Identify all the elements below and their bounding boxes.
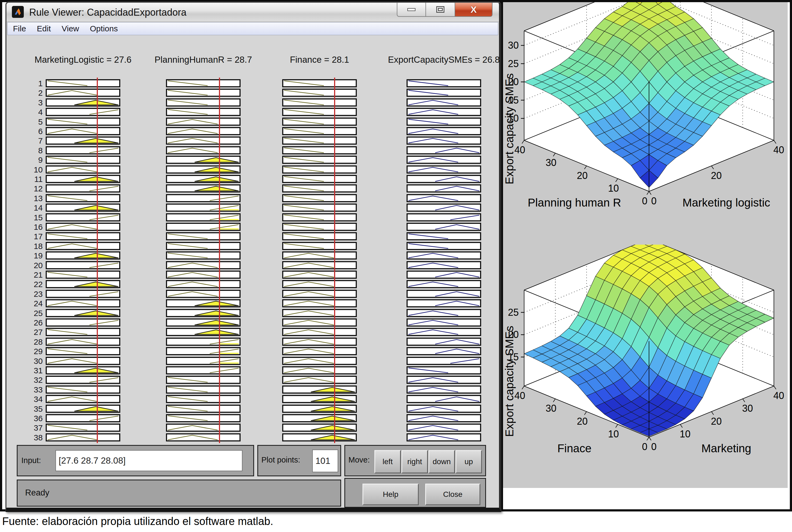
mf-plot-cell-r12-c1[interactable] xyxy=(166,184,240,192)
mf-plot-cell-r15-c0[interactable] xyxy=(46,213,120,222)
mf-plot-cell-r31-c2[interactable] xyxy=(282,366,357,374)
mf-plot-cell-r31-c0[interactable] xyxy=(46,366,120,374)
mf-plot-cell-r35-c1[interactable] xyxy=(166,405,240,413)
mf-plot-cell-r5-c1[interactable] xyxy=(166,118,240,126)
mf-plot-cell-r29-c2[interactable] xyxy=(282,347,357,355)
mf-plot-cell-r38-c2[interactable] xyxy=(282,433,357,441)
mf-plot-cell-r7-c1[interactable] xyxy=(166,136,240,145)
mf-plot-cell-r2-c2[interactable] xyxy=(282,89,357,97)
mf-plot-cell-r25-c1[interactable] xyxy=(166,309,240,317)
mf-plot-cell-r18-c1[interactable] xyxy=(166,242,240,250)
mf-plot-cell-r33-c0[interactable] xyxy=(46,385,120,394)
mf-plot-cell-r14-c0[interactable] xyxy=(46,204,120,212)
mf-plot-cell-r4-c2[interactable] xyxy=(282,108,357,116)
mf-plot-cell-r26-c1[interactable] xyxy=(166,319,240,326)
mf-plot-cell-r2-c1[interactable] xyxy=(166,89,240,97)
mf-plot-cell-r21-c2[interactable] xyxy=(282,271,357,279)
mf-plot-cell-r4-c1[interactable] xyxy=(166,108,240,116)
mf-plot-cell-r24-c0[interactable] xyxy=(46,299,120,307)
mf-plot-cell-r7-c0[interactable] xyxy=(46,136,120,145)
mf-plot-cell-r6-c0[interactable] xyxy=(46,127,120,135)
mf-plot-cell-r23-c2[interactable] xyxy=(282,290,357,298)
input-value-line-2[interactable] xyxy=(334,78,335,443)
mf-plot-cell-r29-c0[interactable] xyxy=(46,347,120,355)
mf-plot-cell-r17-c0[interactable] xyxy=(46,232,120,240)
mf-plot-cell-r34-c1[interactable] xyxy=(166,395,240,403)
mf-plot-cell-r1-c2[interactable] xyxy=(282,79,357,87)
mf-plot-cell-r9-c2[interactable] xyxy=(282,156,357,164)
mf-plot-cell-r20-c0[interactable] xyxy=(46,261,120,269)
menu-item-file[interactable]: File xyxy=(13,24,26,33)
mf-plot-cell-r20-c2[interactable] xyxy=(282,261,357,269)
mf-plot-cell-r22-c0[interactable] xyxy=(46,280,120,288)
mf-plot-cell-r19-c0[interactable] xyxy=(46,251,120,260)
mf-plot-cell-r34-c2[interactable] xyxy=(282,395,357,403)
mf-plot-cell-r3-c2[interactable] xyxy=(282,98,357,107)
mf-plot-cell-r30-c1[interactable] xyxy=(166,357,240,365)
titlebar[interactable]: Rule Viewer: CapacidadExportadora X xyxy=(6,3,499,22)
menu-item-view[interactable]: View xyxy=(62,24,79,33)
menu-item-edit[interactable]: Edit xyxy=(37,24,51,33)
mf-plot-cell-r18-c0[interactable] xyxy=(46,242,120,250)
mf-plot-cell-r38-c1[interactable] xyxy=(166,433,240,441)
mf-plot-cell-r35-c2[interactable] xyxy=(282,405,357,413)
mf-plot-cell-r8-c1[interactable] xyxy=(166,146,240,154)
plot-points-field[interactable] xyxy=(312,450,338,472)
mf-plot-cell-r37-c2[interactable] xyxy=(282,424,357,432)
mf-plot-cell-r21-c0[interactable] xyxy=(46,271,120,279)
mf-plot-cell-r27-c1[interactable] xyxy=(166,328,240,336)
mf-plot-cell-r27-c0[interactable] xyxy=(46,328,120,336)
mf-plot-cell-r14-c2[interactable] xyxy=(282,204,357,212)
mf-plot-cell-r2-c0[interactable] xyxy=(46,89,120,97)
mf-plot-cell-r28-c2[interactable] xyxy=(282,338,357,346)
mf-plot-cell-r34-c0[interactable] xyxy=(46,395,120,403)
maximize-button[interactable] xyxy=(426,3,455,17)
mf-plot-cell-r36-c0[interactable] xyxy=(46,414,120,422)
mf-plot-cell-r24-c1[interactable] xyxy=(166,299,240,307)
mf-plot-cell-r16-c0[interactable] xyxy=(46,223,120,231)
mf-plot-cell-r25-c0[interactable] xyxy=(46,309,120,317)
mf-plot-cell-r32-c1[interactable] xyxy=(166,376,240,384)
mf-plot-cell-r16-c2[interactable] xyxy=(282,223,357,231)
move-left-button[interactable]: left xyxy=(374,450,401,473)
mf-plot-cell-r17-c1[interactable] xyxy=(166,232,240,240)
mf-plot-cell-r11-c0[interactable] xyxy=(46,175,120,183)
input-field[interactable] xyxy=(55,450,243,471)
close-button[interactable]: Close xyxy=(425,483,480,505)
mf-plot-cell-r16-c1[interactable] xyxy=(166,223,240,231)
menu-item-options[interactable]: Options xyxy=(90,24,118,33)
mf-plot-cell-r3-c1[interactable] xyxy=(166,98,240,107)
move-right-button[interactable]: right xyxy=(401,450,428,473)
mf-plot-cell-r19-c2[interactable] xyxy=(282,251,357,260)
mf-plot-cell-r12-c2[interactable] xyxy=(282,184,357,192)
mf-plot-cell-r13-c1[interactable] xyxy=(166,194,240,202)
mf-plot-cell-r15-c1[interactable] xyxy=(166,213,240,222)
mf-plot-cell-r22-c1[interactable] xyxy=(166,280,240,288)
mf-plot-cell-r12-c0[interactable] xyxy=(46,184,120,192)
close-window-button[interactable]: X xyxy=(455,3,492,17)
mf-plot-cell-r32-c2[interactable] xyxy=(282,376,357,384)
mf-plot-cell-r31-c1[interactable] xyxy=(166,366,240,374)
mf-plot-cell-r24-c2[interactable] xyxy=(282,299,357,307)
mf-plot-cell-r14-c1[interactable] xyxy=(166,204,240,212)
mf-plot-cell-r10-c0[interactable] xyxy=(46,166,120,174)
mf-plot-cell-r26-c0[interactable] xyxy=(46,319,120,326)
mf-plot-cell-r8-c2[interactable] xyxy=(282,146,357,154)
mf-plot-cell-r17-c2[interactable] xyxy=(282,232,357,240)
mf-plot-cell-r11-c1[interactable] xyxy=(166,175,240,183)
mf-plot-cell-r6-c2[interactable] xyxy=(282,127,357,135)
mf-plot-cell-r36-c2[interactable] xyxy=(282,414,357,422)
mf-plot-cell-r7-c2[interactable] xyxy=(282,136,357,145)
minimize-button[interactable] xyxy=(397,3,426,17)
mf-plot-cell-r29-c1[interactable] xyxy=(166,347,240,355)
mf-plot-cell-r1-c0[interactable] xyxy=(46,79,120,87)
mf-plot-cell-r37-c0[interactable] xyxy=(46,424,120,432)
mf-plot-cell-r4-c0[interactable] xyxy=(46,108,120,116)
mf-plot-cell-r23-c0[interactable] xyxy=(46,290,120,298)
mf-plot-cell-r27-c2[interactable] xyxy=(282,328,357,336)
mf-plot-cell-r6-c1[interactable] xyxy=(166,127,240,135)
mf-plot-cell-r28-c1[interactable] xyxy=(166,338,240,346)
mf-plot-cell-r37-c1[interactable] xyxy=(166,424,240,432)
mf-plot-cell-r25-c2[interactable] xyxy=(282,309,357,317)
mf-plot-cell-r19-c1[interactable] xyxy=(166,251,240,260)
